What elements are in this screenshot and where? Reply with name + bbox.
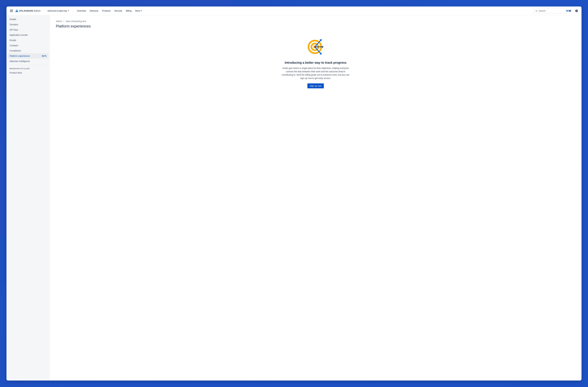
- chevron-down-icon: [141, 10, 142, 11]
- primary-nav: Overview Directory Products Security Bil…: [75, 9, 144, 13]
- search-icon: [535, 10, 538, 12]
- sidebar-item-contacts[interactable]: Contacts: [8, 43, 48, 48]
- sign-up-button[interactable]: Sign up now: [307, 83, 324, 88]
- help-button[interactable]: [574, 8, 579, 13]
- app-window: ATLASSIAN Admin welcome-to-plat-exp Over…: [6, 6, 582, 381]
- hero-section: Introducing a better way to track progre…: [282, 38, 350, 88]
- chevron-down-icon: [68, 10, 69, 11]
- sidebar-item-domains[interactable]: Domains: [8, 22, 48, 27]
- hero-title: Introducing a better way to track progre…: [282, 61, 350, 64]
- nav-security[interactable]: Security: [113, 9, 124, 13]
- nav-products[interactable]: Products: [101, 9, 112, 13]
- sidebar-item-atlassian-intelligence[interactable]: Atlassian Intelligence: [8, 58, 48, 64]
- sidebar-item-label: Product links: [10, 72, 22, 74]
- sidebar-item-platform-experiences[interactable]: Platform experiences BETA: [8, 53, 48, 58]
- nav-overview[interactable]: Overview: [75, 9, 87, 13]
- notifications-button[interactable]: [568, 8, 573, 13]
- breadcrumb-separator: /: [63, 20, 64, 22]
- app-switcher-icon: [10, 10, 13, 12]
- sidebar-item-label: Emails: [10, 39, 16, 41]
- sidebar-item-product-links[interactable]: Product links: [8, 70, 48, 75]
- hero-description: Goals give teams a single place for thei…: [282, 67, 350, 80]
- product-logo[interactable]: ATLASSIAN Admin: [15, 9, 41, 12]
- search-input[interactable]: [538, 10, 566, 12]
- top-nav: ATLASSIAN Admin welcome-to-plat-exp Over…: [6, 6, 582, 15]
- beta-badge: BETA: [42, 55, 46, 57]
- nav-billing[interactable]: Billing: [124, 9, 133, 13]
- org-switcher[interactable]: welcome-to-plat-exp: [46, 9, 70, 13]
- breadcrumb-current[interactable]: atlas-onboarding-test: [66, 20, 86, 22]
- target-icon: [306, 38, 325, 56]
- sidebar-section-heading: MIGRATION TO CLOUD: [8, 67, 48, 70]
- main-content: Admin / atlas-onboarding-test Platform e…: [50, 15, 582, 381]
- bell-icon: [568, 9, 572, 12]
- sidebar-item-api-keys[interactable]: API keys: [8, 27, 48, 32]
- sidebar-item-application-tunnels[interactable]: Application tunnels: [8, 32, 48, 38]
- sidebar-item-label: Domains: [10, 23, 18, 26]
- sidebar-item-label: Compliance: [10, 50, 21, 52]
- nav-divider: [72, 9, 72, 13]
- sidebar-item-label: API keys: [10, 29, 18, 31]
- sidebar-item-label: Platform experiences: [10, 55, 30, 57]
- atlassian-logo-icon: [15, 9, 18, 12]
- svg-marker-9: [322, 46, 324, 48]
- page-title: Platform experiences: [56, 24, 575, 28]
- sidebar-item-label: Details: [10, 18, 16, 20]
- nav-more-label: More: [135, 10, 140, 12]
- sidebar-item-emails[interactable]: Emails: [8, 38, 48, 43]
- app-switcher-button[interactable]: [9, 8, 14, 13]
- sidebar-item-compliance[interactable]: Compliance: [8, 48, 48, 53]
- target-illustration: [282, 38, 350, 57]
- sidebar-item-label: Atlassian Intelligence: [10, 60, 30, 62]
- svg-point-0: [536, 10, 537, 11]
- search-field[interactable]: BETA: [534, 8, 566, 13]
- org-switcher-label: welcome-to-plat-exp: [47, 10, 67, 12]
- sidebar-item-details[interactable]: Details: [8, 17, 48, 22]
- nav-divider: [44, 9, 44, 13]
- sidebar: Details Domains API keys Application tun…: [6, 15, 50, 381]
- sidebar-item-label: Contacts: [10, 44, 18, 47]
- sidebar-item-label: Application tunnels: [10, 34, 28, 36]
- breadcrumb-root[interactable]: Admin: [56, 20, 62, 22]
- breadcrumb: Admin / atlas-onboarding-test: [56, 20, 575, 22]
- app-body: Details Domains API keys Application tun…: [6, 15, 582, 381]
- nav-more[interactable]: More: [134, 9, 144, 13]
- help-icon: [575, 9, 578, 12]
- product-name: ATLASSIAN Admin: [19, 9, 41, 12]
- nav-directory[interactable]: Directory: [88, 9, 100, 13]
- svg-line-1: [537, 11, 537, 12]
